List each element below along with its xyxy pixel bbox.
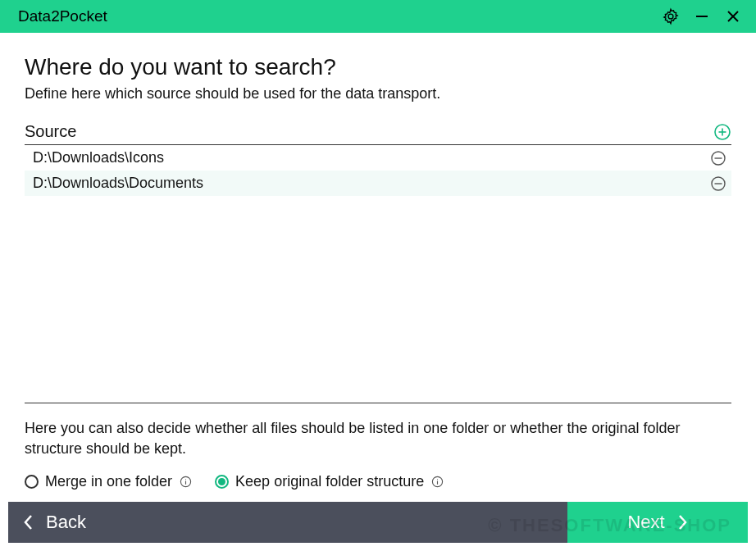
source-path: D:\Downloads\Documents [33, 175, 203, 192]
source-list: D:\Downloads\Icons D:\Downloads\Document… [25, 145, 731, 196]
options-description: Here you can also decide whether all fil… [25, 418, 731, 458]
source-row[interactable]: D:\Downloads\Documents [25, 171, 731, 196]
next-button-label: Next [627, 512, 664, 533]
app-title: Data2Pocket [18, 7, 661, 25]
app-window: Data2Pocket Where do you want to search?… [0, 0, 756, 551]
folder-structure-options: Merge in one folder Keep original folder… [25, 473, 731, 490]
main-content: Where do you want to search? Define here… [0, 33, 756, 500]
remove-source-button[interactable] [710, 175, 726, 192]
page-subheading: Define here which source should be used … [25, 85, 731, 102]
divider [25, 403, 731, 403]
close-icon[interactable] [723, 7, 743, 26]
svg-point-15 [437, 479, 438, 480]
svg-point-0 [668, 14, 673, 19]
svg-point-12 [185, 479, 186, 480]
source-header: Source [25, 122, 731, 145]
next-button[interactable]: Next [567, 502, 748, 543]
radio-label: Merge in one folder [45, 473, 172, 490]
window-controls [661, 7, 743, 26]
info-icon[interactable] [430, 476, 444, 489]
gear-icon[interactable] [661, 7, 681, 26]
back-button[interactable]: Back [8, 502, 107, 543]
source-row[interactable]: D:\Downloads\Icons [25, 145, 731, 171]
footer-bar: Back Next [8, 502, 748, 543]
back-button-label: Back [46, 512, 86, 533]
add-source-button[interactable] [713, 123, 731, 141]
info-icon[interactable] [179, 476, 192, 489]
source-label: Source [25, 122, 76, 141]
radio-keep-structure[interactable]: Keep original folder structure [215, 473, 444, 490]
remove-source-button[interactable] [710, 150, 726, 166]
title-bar: Data2Pocket [0, 0, 756, 33]
page-heading: Where do you want to search? [25, 54, 731, 80]
radio-icon [215, 475, 229, 489]
source-path: D:\Downloads\Icons [33, 149, 164, 166]
minimize-icon[interactable] [692, 7, 712, 26]
radio-icon [25, 475, 39, 489]
radio-label: Keep original folder structure [235, 473, 424, 490]
radio-merge-one-folder[interactable]: Merge in one folder [25, 473, 192, 490]
